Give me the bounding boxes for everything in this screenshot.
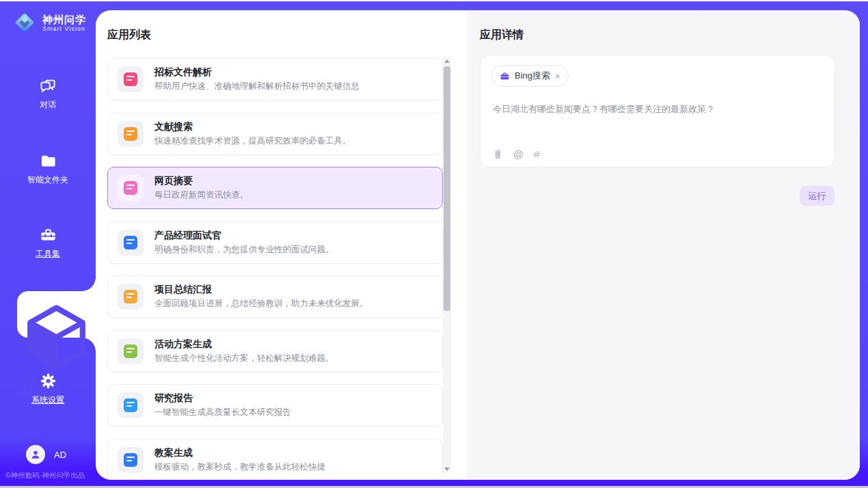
app-card-pm-interviewer[interactable]: 产品经理面试官 明确身份和职责，为您提供专业性的面试问题。 [107, 221, 443, 264]
scrollbar[interactable] [443, 57, 451, 473]
cube-icon [17, 298, 96, 377]
scroll-up-button[interactable] [443, 57, 451, 65]
app-card-desc: 快速精准查找学术资源，提高研究效率的必备工具。 [154, 135, 351, 147]
query-input-card[interactable]: Bing搜索 × 今日湖北有哪些新闻要点？有哪些需要关注的最新政策？ @ # [480, 55, 835, 167]
input-toolbar: @ # [493, 148, 540, 160]
attachment-icon[interactable] [493, 148, 503, 160]
scrollbar-thumb[interactable] [444, 66, 450, 311]
gear-icon [39, 372, 57, 390]
app-list-title: 应用列表 [107, 28, 151, 42]
app-card-title: 网页摘要 [154, 175, 249, 187]
app-card-desc: 帮助用户快速、准确地理解和解析招标书中的关键信息 [154, 81, 360, 92]
tool-chip-bing-search[interactable]: Bing搜索 × [491, 65, 569, 87]
sidebar-item-label: 智能文件夹 [0, 174, 96, 186]
clipboard-check-icon [118, 338, 144, 364]
app-list-panel: 应用列表 招标文件解析 帮助用户快速、准确地理解和解析招标书中的关键信息 文献搜… [96, 10, 467, 480]
app-card-desc: 一键智能生成高质量长文本研究报告 [154, 407, 291, 418]
brand-logo: 神州问学 Smart Vision [12, 10, 86, 35]
app-card-desc: 每日政府新闻资讯快查。 [154, 189, 249, 201]
hash-icon[interactable]: # [534, 149, 539, 159]
brand-diamond-icon [12, 10, 37, 35]
sidebar-item-label: 系统设置 [0, 394, 96, 406]
app-card-lesson-plan[interactable]: 教案生成 模板驱动，教案秒成，教学准备从此轻松快捷 [107, 439, 443, 480]
user-name: AD [54, 450, 66, 460]
purple-frame: 神州问学 Smart Vision 对话 智能文件夹 [0, 1, 868, 486]
research-icon [118, 392, 144, 418]
books-icon [118, 447, 144, 473]
sidebar: 神州问学 Smart Vision 对话 智能文件夹 [0, 1, 96, 486]
sidebar-item-label: 对话 [0, 99, 96, 111]
app-card-desc: 模板驱动，教案秒成，教学准备从此轻松快捷 [154, 461, 325, 473]
app-detail-title: 应用详情 [480, 28, 524, 42]
toolbox-icon [39, 226, 57, 244]
app-detail-panel: 应用详情 Bing搜索 × 今日湖北有哪些新闻要点？有哪些需要关注的最新政策？ [467, 10, 860, 480]
book-icon [118, 121, 144, 147]
sidebar-item-app-market[interactable]: 应用市场 [17, 291, 96, 338]
app-card-title: 教案生成 [154, 447, 325, 459]
app-card-title: 活动方案生成 [154, 338, 334, 350]
brand-subtitle: Smart Vision [42, 25, 86, 32]
app-card-research-report[interactable]: 研究报告 一键智能生成高质量长文本研究报告 [107, 384, 443, 426]
avatar [26, 445, 45, 464]
sidebar-footer: ©神州数码·神州问学出品 [5, 471, 85, 480]
tool-chip-label: Bing搜索 [515, 70, 550, 82]
sidebar-item-chat[interactable]: 对话 [0, 77, 96, 111]
sidebar-item-smart-folder[interactable]: 智能文件夹 [0, 152, 96, 186]
app-card-title: 文献搜索 [154, 121, 351, 133]
person-icon [29, 448, 42, 461]
app-card-title: 研究报告 [154, 392, 291, 404]
folder-icon [39, 152, 57, 170]
app-card-title: 招标文件解析 [154, 66, 360, 78]
app-card-project-summary[interactable]: 项目总结汇报 全面回顾项目进展，总结经验教训，助力未来优化发展。 [107, 275, 443, 318]
bubble-notch-top [82, 277, 96, 291]
scroll-down-button[interactable] [443, 465, 451, 473]
main-content: 应用列表 招标文件解析 帮助用户快速、准确地理解和解析招标书中的关键信息 文献搜… [96, 10, 860, 480]
edit-document-icon [118, 66, 144, 92]
app-card-web-summary[interactable]: 网页摘要 每日政府新闻资讯快查。 [107, 167, 443, 209]
interviewer-icon [118, 230, 144, 256]
brand-name: 神州问学 [42, 14, 86, 25]
chat-icon [39, 77, 57, 95]
app-card-title: 项目总结汇报 [154, 284, 368, 295]
close-icon[interactable]: × [555, 72, 560, 81]
note-icon [118, 284, 144, 310]
webpage-icon [118, 175, 144, 201]
mention-icon[interactable]: @ [513, 149, 524, 159]
sidebar-item-settings[interactable]: 系统设置 [0, 372, 96, 406]
app-card-desc: 智能生成个性化活动方案，轻松解决规划难题。 [154, 353, 334, 364]
app-card-desc: 明确身份和职责，为您提供专业性的面试问题。 [154, 244, 334, 256]
app-card-event-plan[interactable]: 活动方案生成 智能生成个性化活动方案，轻松解决规划难题。 [107, 330, 443, 372]
app-card-literature-search[interactable]: 文献搜索 快速精准查找学术资源，提高研究效率的必备工具。 [107, 113, 443, 155]
query-text[interactable]: 今日湖北有哪些新闻要点？有哪些需要关注的最新政策？ [493, 103, 822, 116]
sidebar-item-toolset[interactable]: 工具集 [0, 226, 96, 260]
user-account[interactable]: AD [26, 445, 66, 464]
app-card-bid-parse[interactable]: 招标文件解析 帮助用户快速、准确地理解和解析招标书中的关键信息 [107, 58, 443, 100]
sidebar-item-label: 工具集 [0, 248, 96, 260]
briefcase-icon [500, 71, 510, 81]
app-list: 招标文件解析 帮助用户快速、准确地理解和解析招标书中的关键信息 文献搜索 快速精… [107, 58, 443, 480]
app-card-title: 产品经理面试官 [154, 230, 334, 241]
app-card-desc: 全面回顾项目进展，总结经验教训，助力未来优化发展。 [154, 298, 368, 310]
app-window: 神州问学 Smart Vision 对话 智能文件夹 [0, 0, 868, 488]
run-button[interactable]: 运行 [800, 186, 835, 206]
